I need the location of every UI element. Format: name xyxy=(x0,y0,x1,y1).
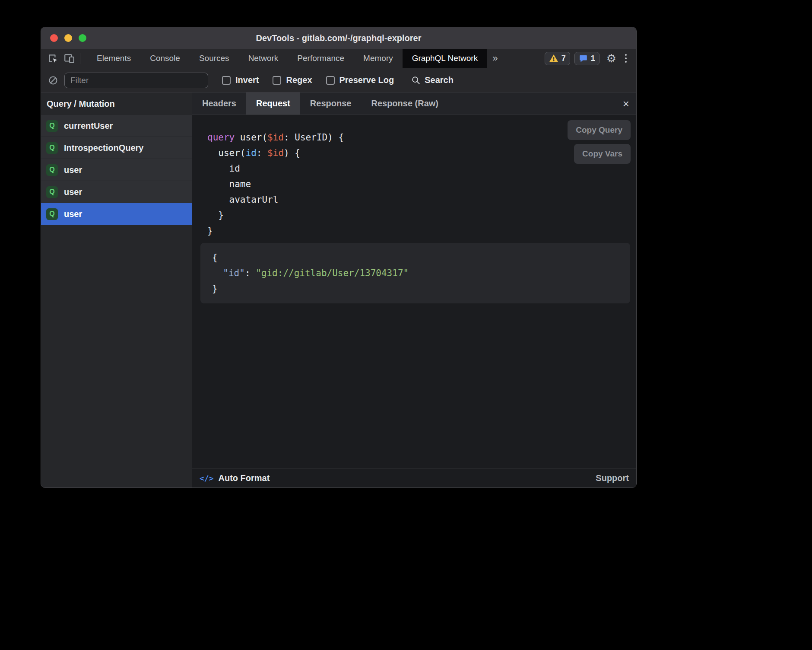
devtools-tab-strip: ElementsConsoleSourcesNetworkPerformance… xyxy=(41,49,636,68)
inspect-cursor-icon xyxy=(47,53,58,64)
device-toolbar-icon xyxy=(63,53,75,64)
code-line: } xyxy=(212,281,619,296)
minimize-window-button[interactable] xyxy=(64,34,72,42)
devtools-tab-elements[interactable]: Elements xyxy=(87,49,140,68)
code-line: avatarUrl xyxy=(207,192,636,207)
checkbox-box-icon[interactable] xyxy=(273,76,281,85)
devtools-tab-memory[interactable]: Memory xyxy=(354,49,403,68)
devtools-window: DevTools - gitlab.com/-/graphql-explorer… xyxy=(41,27,637,488)
window-title: DevTools - gitlab.com/-/graphql-explorer xyxy=(41,33,636,43)
clear-requests-button[interactable] xyxy=(48,75,58,86)
query-list: QcurrentUserQIntrospectionQueryQuserQuse… xyxy=(41,115,192,225)
query-item-label: user xyxy=(64,165,82,175)
devtools-tab-network[interactable]: Network xyxy=(239,49,288,68)
query-type-badge-icon: Q xyxy=(46,186,58,198)
toolbar-separator xyxy=(80,53,80,64)
panel-body: Query / Mutation QcurrentUserQIntrospect… xyxy=(41,92,636,488)
code-line: } xyxy=(207,223,636,239)
device-toolbar-button[interactable] xyxy=(61,51,77,66)
checkbox-box-icon[interactable] xyxy=(326,76,335,85)
message-bubble-icon xyxy=(579,54,588,63)
more-tabs-chevron[interactable]: » xyxy=(487,53,503,64)
code-line: "id": "gid://gitlab/User/13704317" xyxy=(212,265,619,281)
checkbox-invert[interactable]: Invert xyxy=(222,75,259,85)
search-label: Search xyxy=(425,75,454,85)
query-list-item-currentuser[interactable]: QcurrentUser xyxy=(41,115,192,137)
detail-tabs: HeadersRequestResponseResponse (Raw) xyxy=(192,92,448,115)
filter-input[interactable] xyxy=(64,73,208,88)
toolbar-right-group: 7 1 ⚙ xyxy=(545,52,636,65)
search-icon xyxy=(411,76,421,85)
devtools-tabs: ElementsConsoleSourcesNetworkPerformance… xyxy=(87,49,487,68)
query-list-sidebar: Query / Mutation QcurrentUserQIntrospect… xyxy=(41,92,192,488)
copy-vars-button[interactable]: Copy Vars xyxy=(574,144,631,164)
checkbox-label: Regex xyxy=(286,75,312,85)
close-detail-icon[interactable]: × xyxy=(616,98,636,109)
query-list-item-user[interactable]: Quser xyxy=(41,159,192,181)
titlebar: DevTools - gitlab.com/-/graphql-explorer xyxy=(41,27,636,49)
query-list-item-user[interactable]: Quser xyxy=(41,203,192,225)
detail-tab-request[interactable]: Request xyxy=(246,92,300,115)
zoom-window-button[interactable] xyxy=(79,34,86,42)
devtools-tab-performance[interactable]: Performance xyxy=(288,49,354,68)
query-item-label: IntrospectionQuery xyxy=(64,143,143,153)
support-link[interactable]: Support xyxy=(596,473,629,483)
query-type-badge-icon: Q xyxy=(46,208,58,220)
devtools-tab-console[interactable]: Console xyxy=(140,49,190,68)
code-line: name xyxy=(207,176,636,192)
variables-panel: { "id": "gid://gitlab/User/13704317"} xyxy=(200,243,630,303)
query-list-header: Query / Mutation xyxy=(41,92,192,115)
query-type-badge-icon: Q xyxy=(46,142,58,154)
query-list-item-user[interactable]: Quser xyxy=(41,181,192,203)
issues-badge[interactable]: 1 xyxy=(574,52,599,65)
request-content: query user($id: UserID) { user(id: $id) … xyxy=(192,115,636,468)
traffic-lights xyxy=(50,34,86,42)
detail-tab-response[interactable]: Response xyxy=(300,92,362,115)
detail-tab-bar: HeadersRequestResponseResponse (Raw) × xyxy=(192,92,636,115)
checkbox-regex[interactable]: Regex xyxy=(273,75,312,85)
auto-format-label: Auto Format xyxy=(219,473,270,483)
query-type-badge-icon: Q xyxy=(46,164,58,176)
detail-footer: </> Auto Format Support xyxy=(192,468,636,488)
query-list-item-introspectionquery[interactable]: QIntrospectionQuery xyxy=(41,137,192,159)
query-item-label: user xyxy=(64,187,82,197)
issues-count: 1 xyxy=(591,54,595,63)
copy-query-button[interactable]: Copy Query xyxy=(568,120,631,140)
request-detail-panel: HeadersRequestResponseResponse (Raw) × q… xyxy=(192,92,636,488)
checkbox-box-icon[interactable] xyxy=(222,76,231,85)
detail-tab-response-raw[interactable]: Response (Raw) xyxy=(361,92,448,115)
code-line: } xyxy=(207,207,636,223)
settings-gear-icon[interactable]: ⚙ xyxy=(604,53,619,64)
query-type-badge-icon: Q xyxy=(46,120,58,132)
auto-format-toggle[interactable]: </> Auto Format xyxy=(200,473,270,483)
warning-triangle-icon xyxy=(549,54,558,63)
warnings-badge[interactable]: 7 xyxy=(545,52,570,65)
devtools-tab-graphql-network[interactable]: GraphQL Network xyxy=(403,49,487,68)
query-item-label: user xyxy=(64,209,82,219)
close-window-button[interactable] xyxy=(50,34,58,42)
query-item-label: currentUser xyxy=(64,121,113,131)
warnings-count: 7 xyxy=(561,54,566,63)
kebab-menu-icon[interactable] xyxy=(623,54,631,63)
checkbox-label: Preserve Log xyxy=(339,75,394,85)
copy-buttons: Copy Query Copy Vars xyxy=(568,120,631,164)
inspect-element-button[interactable] xyxy=(44,51,61,66)
filter-bar: InvertRegexPreserve Log Search xyxy=(41,68,636,92)
code-brackets-icon: </> xyxy=(200,474,214,483)
block-icon xyxy=(48,75,58,86)
detail-tab-headers[interactable]: Headers xyxy=(192,92,246,115)
devtools-tab-sources[interactable]: Sources xyxy=(190,49,239,68)
checkbox-preserve-log[interactable]: Preserve Log xyxy=(326,75,394,85)
checkbox-label: Invert xyxy=(235,75,259,85)
search-control[interactable]: Search xyxy=(411,75,454,85)
code-line: { xyxy=(212,250,619,265)
variables-json-code: { "id": "gid://gitlab/User/13704317"} xyxy=(212,250,619,296)
filter-checkboxes: InvertRegexPreserve Log xyxy=(208,75,394,85)
